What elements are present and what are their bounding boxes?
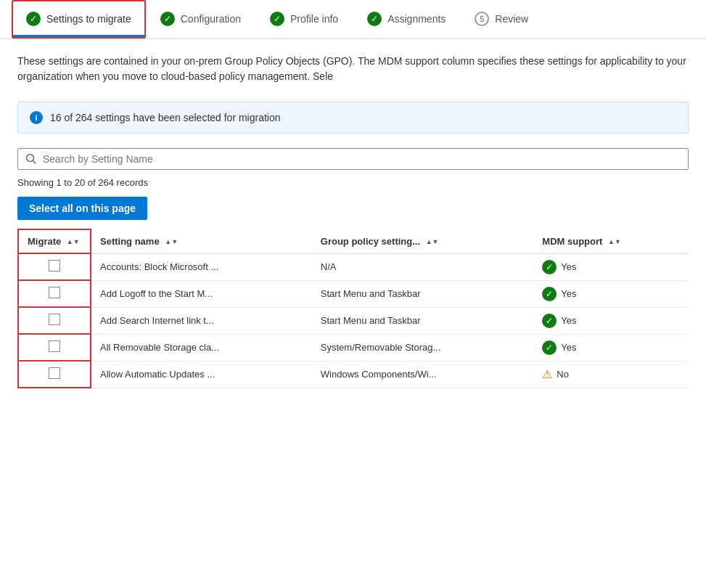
- table-row: Accounts: Block Microsoft ...N/A✓Yes: [18, 253, 689, 280]
- table-row: Add Search Internet link t...Start Menu …: [18, 307, 689, 334]
- sort-arrows-setting-name[interactable]: ▲▼: [165, 239, 178, 245]
- table-row: All Removable Storage cla...System/Remov…: [18, 334, 689, 361]
- tab-settings-to-migrate-label: Settings to migrate: [46, 13, 131, 25]
- col-header-setting-name: Setting name ▲▼: [91, 229, 312, 253]
- tab-assignments[interactable]: ✓ Assignments: [353, 0, 460, 38]
- tab-profile-info-label: Profile info: [290, 13, 338, 25]
- wizard-tabs: ✓ Settings to migrate ✓ Configuration ✓ …: [0, 0, 706, 39]
- description-text: These settings are contained in your on-…: [17, 54, 689, 84]
- tab-review-label: Review: [495, 13, 528, 25]
- migrate-checkbox-0[interactable]: [49, 260, 60, 271]
- search-input[interactable]: [43, 153, 681, 165]
- info-icon: i: [30, 111, 43, 124]
- tab-profile-info[interactable]: ✓ Profile info: [255, 0, 353, 38]
- check-icon-configuration: ✓: [160, 12, 175, 26]
- search-icon: [25, 153, 37, 165]
- mdm-text-2: Yes: [561, 315, 576, 326]
- group-policy-cell-2: Start Menu and Taskbar: [312, 307, 534, 334]
- check-icon-mdm-3: ✓: [542, 340, 557, 355]
- mdm-support-cell-1: ✓Yes: [533, 280, 689, 307]
- table-row: Add Logoff to the Start M...Start Menu a…: [18, 280, 689, 307]
- migrate-cell-1: [18, 280, 91, 307]
- tab-configuration-label: Configuration: [181, 13, 241, 25]
- migrate-checkbox-4[interactable]: [49, 367, 60, 379]
- setting-name-cell-2: Add Search Internet link t...: [91, 307, 312, 334]
- setting-name-cell-3: All Removable Storage cla...: [91, 334, 312, 361]
- mdm-value-4: ⚠No: [542, 367, 680, 381]
- migrate-cell-4: [18, 361, 91, 388]
- col-header-group-policy: Group policy setting... ▲▼: [312, 229, 534, 253]
- migrate-checkbox-1[interactable]: [49, 287, 60, 298]
- group-policy-cell-3: System/Removable Storag...: [312, 334, 534, 361]
- migrate-cell-2: [18, 307, 91, 334]
- migrate-checkbox-2[interactable]: [49, 314, 60, 325]
- mdm-value-1: ✓Yes: [542, 287, 680, 301]
- check-icon-settings: ✓: [26, 12, 41, 26]
- migrate-checkbox-3[interactable]: [49, 340, 60, 352]
- mdm-text-4: No: [557, 369, 569, 380]
- mdm-value-3: ✓Yes: [542, 340, 680, 355]
- check-icon-mdm-0: ✓: [542, 260, 557, 274]
- tab-configuration[interactable]: ✓ Configuration: [146, 0, 255, 38]
- mdm-text-0: Yes: [561, 261, 576, 272]
- select-all-button[interactable]: Select all on this page: [17, 197, 147, 220]
- setting-name-cell-4: Allow Automatic Updates ...: [91, 361, 312, 388]
- sort-arrows-mdm-support[interactable]: ▲▼: [608, 239, 621, 245]
- setting-name-cell-0: Accounts: Block Microsoft ...: [91, 253, 312, 280]
- search-box: [17, 148, 689, 170]
- mdm-support-cell-4: ⚠No: [533, 361, 689, 388]
- settings-table: Migrate ▲▼ Setting name ▲▼ Group policy …: [17, 229, 689, 388]
- table-row: Allow Automatic Updates ...Windows Compo…: [18, 361, 689, 388]
- mdm-value-2: ✓Yes: [542, 314, 680, 328]
- check-icon-mdm-1: ✓: [542, 287, 557, 301]
- check-icon-mdm-2: ✓: [542, 314, 557, 328]
- group-policy-cell-4: Windows Components/Wi...: [312, 361, 534, 388]
- svg-line-1: [33, 161, 36, 164]
- group-policy-cell-1: Start Menu and Taskbar: [312, 280, 534, 307]
- mdm-text-3: Yes: [561, 342, 576, 353]
- warn-icon-mdm-4: ⚠: [542, 367, 552, 381]
- tab-assignments-label: Assignments: [387, 13, 446, 25]
- sort-arrows-migrate[interactable]: ▲▼: [67, 239, 80, 245]
- step-num-review: 5: [475, 12, 489, 26]
- setting-name-cell-1: Add Logoff to the Start M...: [91, 280, 312, 307]
- main-content: These settings are contained in your on-…: [0, 39, 706, 403]
- migrate-cell-3: [18, 334, 91, 361]
- col-header-mdm-support: MDM support ▲▼: [533, 229, 689, 253]
- tab-settings-to-migrate[interactable]: ✓ Settings to migrate: [12, 0, 146, 38]
- col-header-migrate: Migrate ▲▼: [18, 229, 91, 253]
- mdm-support-cell-0: ✓Yes: [533, 253, 689, 280]
- check-icon-assignments: ✓: [367, 12, 382, 26]
- mdm-support-cell-2: ✓Yes: [533, 307, 689, 334]
- info-bar: i 16 of 264 settings have been selected …: [17, 102, 689, 134]
- mdm-support-cell-3: ✓Yes: [533, 334, 689, 361]
- mdm-value-0: ✓Yes: [542, 260, 680, 274]
- records-text: Showing 1 to 20 of 264 records: [17, 177, 689, 188]
- migrate-cell-0: [18, 253, 91, 280]
- group-policy-cell-0: N/A: [312, 253, 534, 280]
- mdm-text-1: Yes: [561, 288, 576, 299]
- info-bar-text: 16 of 264 settings have been selected fo…: [50, 112, 281, 123]
- sort-arrows-group-policy[interactable]: ▲▼: [426, 239, 439, 245]
- tab-review[interactable]: 5 Review: [460, 0, 543, 38]
- check-icon-profile-info: ✓: [270, 12, 284, 26]
